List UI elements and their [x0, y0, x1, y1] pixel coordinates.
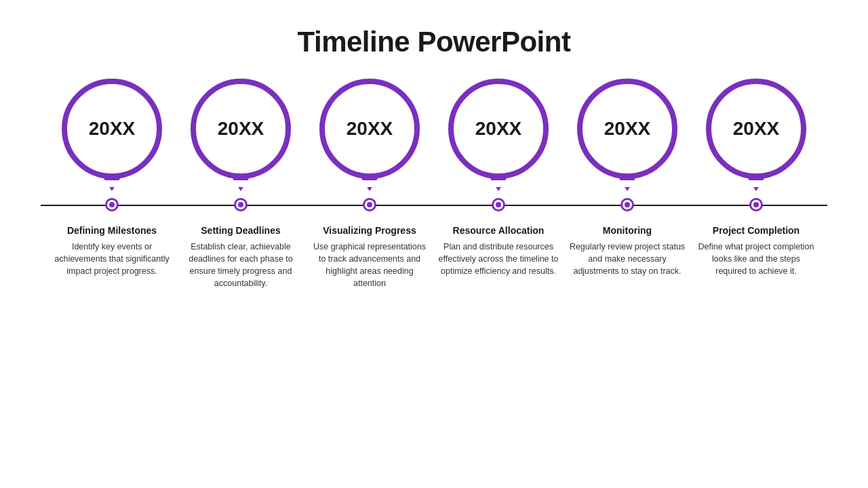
label-title-3: Visualizing Progress: [323, 225, 416, 237]
label-title-6: Project Completion: [713, 225, 800, 237]
label-item-6: Project Completion Define what project c…: [692, 225, 821, 289]
circle-item-4: 20XX: [434, 79, 563, 179]
page-title: Timeline PowerPoint: [298, 26, 571, 58]
circle-item-3: 20XX: [305, 79, 434, 179]
label-item-5: Monitoring Regularly review project stat…: [563, 225, 692, 289]
circle-bubble-2: 20XX: [191, 79, 291, 179]
dot-item-3: [305, 198, 434, 211]
label-item-2: Setting Deadlines Establish clear, achie…: [176, 225, 305, 289]
circle-bubble-6: 20XX: [706, 79, 806, 179]
label-item-3: Visualizing Progress Use graphical repre…: [305, 225, 434, 289]
label-desc-6: Define what project completion looks lik…: [696, 241, 816, 277]
dot-item-1: [47, 198, 176, 211]
label-desc-3: Use graphical representations to track a…: [309, 241, 430, 290]
circle-item-2: 20XX: [176, 79, 305, 179]
label-desc-4: Plan and distribute resources effectivel…: [438, 241, 559, 277]
circle-item-6: 20XX: [692, 79, 821, 179]
label-title-5: Monitoring: [603, 225, 652, 237]
label-item-1: Defining Milestones Identify key events …: [47, 225, 176, 289]
timeline-dot-1: [105, 198, 119, 211]
labels-row: Defining Milestones Identify key events …: [41, 225, 827, 289]
timeline-dot-6: [749, 198, 763, 211]
circle-item-1: 20XX: [47, 79, 176, 179]
dot-item-4: [434, 198, 563, 211]
timeline-dot-2: [234, 198, 248, 211]
label-desc-5: Regularly review project status and make…: [567, 241, 688, 277]
label-desc-1: Identify key events or achievements that…: [52, 241, 172, 277]
label-desc-2: Establish clear, achievable deadlines fo…: [180, 241, 301, 290]
circle-item-5: 20XX: [563, 79, 692, 179]
circle-bubble-3: 20XX: [319, 79, 420, 179]
circle-bubble-5: 20XX: [577, 79, 677, 179]
circle-year-4: 20XX: [475, 118, 522, 140]
timeline-dot-4: [492, 198, 505, 211]
circle-bubble-4: 20XX: [448, 79, 549, 179]
timeline-area: 20XX 20XX 20XX 20XX 20XX 20XX Defining M…: [0, 58, 868, 488]
circle-year-3: 20XX: [347, 118, 393, 140]
timeline-dot-3: [363, 198, 376, 211]
circle-year-1: 20XX: [89, 118, 136, 140]
dot-item-5: [563, 198, 692, 211]
timeline-line-container: [41, 198, 827, 213]
label-title-2: Setting Deadlines: [201, 225, 280, 237]
circle-year-2: 20XX: [218, 118, 264, 140]
dot-item-2: [176, 198, 305, 211]
circle-year-5: 20XX: [604, 118, 651, 140]
label-title-1: Defining Milestones: [67, 225, 157, 237]
timeline-dot-5: [620, 198, 634, 211]
circles-row: 20XX 20XX 20XX 20XX 20XX 20XX: [41, 79, 827, 179]
circle-year-6: 20XX: [733, 118, 780, 140]
dots-row: [41, 198, 827, 211]
circle-bubble-1: 20XX: [62, 79, 162, 179]
dot-item-6: [692, 198, 821, 211]
label-title-4: Resource Allocation: [453, 225, 545, 237]
label-item-4: Resource Allocation Plan and distribute …: [434, 225, 563, 289]
